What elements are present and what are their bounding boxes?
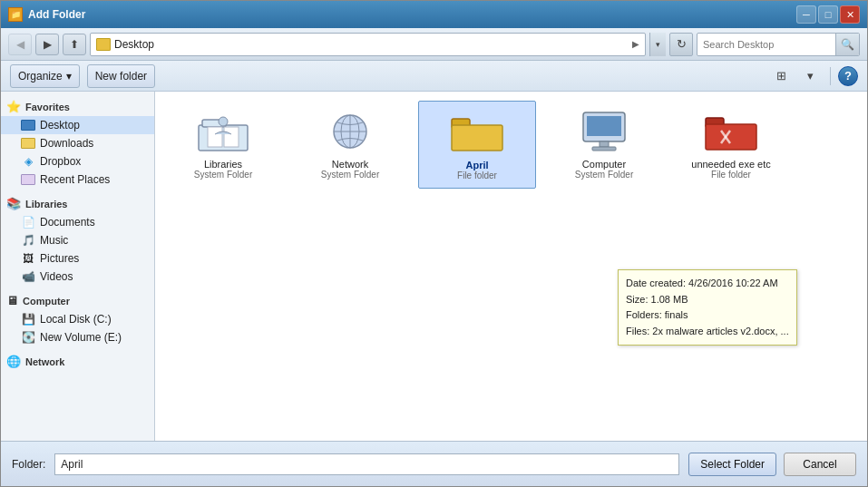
sidebar-documents-label: Documents [40, 216, 95, 229]
sidebar-local-disk-label: Local Disk (C:) [40, 313, 112, 326]
desktop-folder-icon [21, 119, 35, 131]
sidebar: ⭐ Favorites Desktop Downloads ◈ [1, 92, 155, 441]
sidebar-desktop-label: Desktop [40, 119, 80, 131]
view-button[interactable]: ⊞ [768, 65, 794, 87]
toolbar-right: ⊞ ▾ ? [768, 65, 858, 87]
dropbox-icon: ◈ [21, 155, 35, 168]
unneeded-name: unneeded exe etc [691, 159, 770, 170]
minimize-button[interactable]: ─ [796, 5, 816, 24]
sidebar-item-downloads[interactable]: Downloads [1, 134, 154, 152]
refresh-button[interactable]: ↻ [669, 33, 693, 56]
title-bar-controls: ─ □ ✕ [796, 5, 860, 24]
sidebar-item-recent-places[interactable]: Recent Places [1, 170, 154, 189]
libraries-icon: 📚 [6, 197, 21, 210]
computer-name: Computer [582, 159, 626, 170]
new-volume-icon: 💽 [21, 331, 35, 344]
folder-input[interactable] [54, 453, 679, 475]
help-button[interactable]: ? [838, 66, 858, 86]
view-dropdown-button[interactable]: ▾ [797, 65, 823, 87]
sidebar-scroll-area: ⭐ Favorites Desktop Downloads ◈ [1, 97, 154, 435]
file-item-computer[interactable]: Computer System Folder [545, 101, 663, 189]
network-section[interactable]: 🌐 Network [1, 352, 154, 371]
pictures-icon: 🖼 [21, 252, 35, 265]
unneeded-folder-icon [704, 108, 758, 155]
bottom-bar: Folder: Select Folder Cancel [1, 441, 867, 486]
file-item-april[interactable]: April File folder [418, 101, 536, 189]
up-button[interactable]: ⬆ [63, 34, 86, 55]
svg-point-4 [219, 117, 228, 126]
search-input[interactable] [697, 39, 835, 50]
favorites-section[interactable]: ⭐ Favorites [1, 97, 154, 116]
network-section-icon: 🌐 [6, 355, 21, 368]
svg-rect-13 [600, 141, 609, 147]
sidebar-item-new-volume[interactable]: 💽 New Volume (E:) [1, 328, 154, 346]
back-button[interactable]: ◀ [8, 34, 32, 55]
computer-section[interactable]: 🖥 Computer [1, 291, 154, 310]
sidebar-item-desktop[interactable]: Desktop [1, 116, 154, 134]
title-bar: 📁 Add Folder ─ □ ✕ [1, 1, 867, 28]
svg-rect-12 [587, 116, 621, 136]
window-icon: 📁 [8, 7, 23, 22]
svg-rect-14 [592, 147, 616, 151]
file-area: Libraries System Folder Network [155, 92, 867, 441]
computer-section-icon: 🖥 [6, 294, 18, 307]
tooltip-box: Date created: 4/26/2016 10:22 AM Size: 1… [618, 269, 797, 346]
new-folder-label: New folder [95, 70, 147, 83]
forward-button[interactable]: ▶ [35, 34, 59, 55]
libraries-label: Libraries [25, 199, 67, 209]
april-folder-icon [450, 109, 504, 156]
favorites-star-icon: ⭐ [6, 100, 21, 113]
network-type: System Folder [321, 170, 379, 180]
address-folder-icon [96, 38, 111, 51]
organize-label: Organize [18, 70, 63, 83]
svg-rect-16 [706, 124, 756, 150]
svg-rect-0 [199, 125, 248, 151]
sidebar-item-music[interactable]: 🎵 Music [1, 231, 154, 249]
close-button[interactable]: ✕ [840, 5, 860, 24]
address-arrow: ▶ [632, 39, 639, 49]
documents-icon: 📄 [21, 216, 35, 229]
file-item-libraries[interactable]: Libraries System Folder [164, 101, 282, 189]
network-label: Network [25, 356, 64, 367]
sidebar-item-local-disk[interactable]: 💾 Local Disk (C:) [1, 310, 154, 328]
title-bar-left: 📁 Add Folder [8, 7, 85, 22]
file-item-network[interactable]: Network System Folder [291, 101, 409, 189]
sidebar-downloads-label: Downloads [40, 137, 93, 150]
tooltip-size: Size: 1.08 MB [626, 292, 789, 308]
svg-rect-2 [208, 127, 222, 147]
file-item-unneeded[interactable]: unneeded exe etc File folder [672, 101, 790, 189]
local-disk-icon: 💾 [21, 313, 35, 326]
videos-icon: 📹 [21, 270, 35, 283]
libraries-section[interactable]: 📚 Libraries [1, 194, 154, 213]
network-large-icon [323, 108, 377, 155]
unneeded-type: File folder [711, 170, 751, 180]
libraries-type: System Folder [194, 170, 252, 180]
address-dropdown-button[interactable]: ▾ [649, 33, 666, 56]
address-text: Desktop [114, 38, 629, 51]
sidebar-music-label: Music [40, 234, 68, 247]
organize-button[interactable]: Organize ▾ [10, 64, 80, 88]
new-folder-button[interactable]: New folder [87, 64, 155, 88]
maximize-button[interactable]: □ [818, 5, 838, 24]
sidebar-item-documents[interactable]: 📄 Documents [1, 213, 154, 231]
recent-places-icon [21, 173, 35, 186]
select-folder-button[interactable]: Select Folder [688, 453, 776, 476]
search-button[interactable]: 🔍 [835, 33, 859, 56]
sidebar-recent-label: Recent Places [40, 173, 110, 186]
cancel-button[interactable]: Cancel [784, 453, 856, 476]
tooltip-folders: Folders: finals [626, 307, 789, 324]
sidebar-dropbox-label: Dropbox [40, 155, 81, 168]
sidebar-pictures-label: Pictures [40, 252, 79, 265]
computer-type: System Folder [575, 170, 633, 180]
svg-rect-10 [452, 125, 502, 151]
april-name: April [465, 160, 488, 170]
libraries-name: Libraries [204, 159, 242, 170]
sidebar-item-dropbox[interactable]: ◈ Dropbox [1, 152, 154, 170]
main-content: ⭐ Favorites Desktop Downloads ◈ [1, 92, 867, 441]
sidebar-item-pictures[interactable]: 🖼 Pictures [1, 249, 154, 268]
nav-bar: ◀ ▶ ⬆ Desktop ▶ ▾ ↻ 🔍 [1, 28, 867, 61]
folder-label: Folder: [12, 458, 45, 471]
sidebar-item-videos[interactable]: 📹 Videos [1, 268, 154, 286]
favorites-label: Favorites [25, 102, 70, 112]
april-type: File folder [457, 170, 497, 180]
